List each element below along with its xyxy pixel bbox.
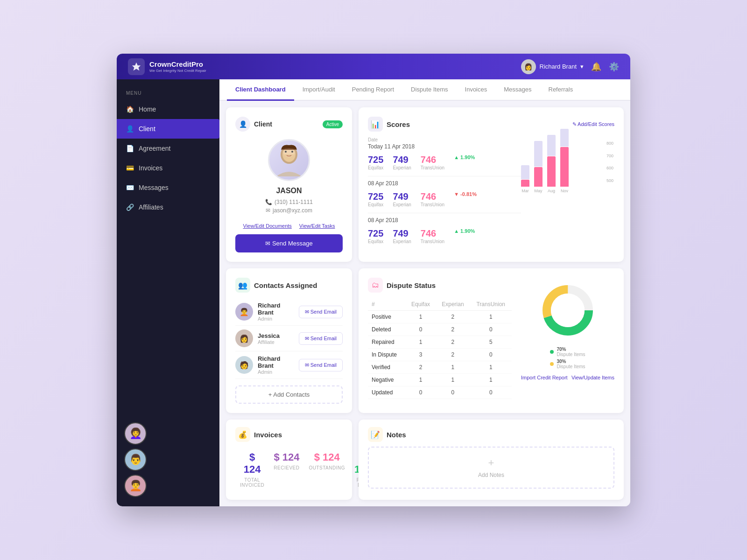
contact-row-1: 🧑‍🦱 Richard Brant Admin ✉ Send Email bbox=[235, 298, 343, 326]
notification-bell-icon[interactable]: 🔔 bbox=[591, 62, 601, 72]
contact-name-1: Richard Brant bbox=[258, 302, 294, 316]
dispute-table-section: 🗂 Dispute Status # Equifax Experian Tran… bbox=[368, 278, 512, 404]
dispute-row-label-4: Verified bbox=[368, 361, 406, 374]
sidebar-item-invoices[interactable]: 💳 Invoices bbox=[117, 158, 219, 178]
dispute-card-header: 🗂 Dispute Status bbox=[368, 278, 512, 293]
header-avatar: 👩 bbox=[521, 59, 536, 74]
notes-card-icon: 📝 bbox=[368, 427, 383, 442]
sidebar-label-agreement: Agreement bbox=[139, 145, 170, 152]
sidebar-item-client[interactable]: 👤 Client bbox=[117, 119, 219, 139]
sidebar-item-messages[interactable]: ✉️ Messages bbox=[117, 178, 219, 197]
sidebar-item-agreement[interactable]: 📄 Agreement bbox=[117, 139, 219, 158]
tab-dispute-items[interactable]: Dispute Items bbox=[402, 79, 456, 101]
dispute-col-label: # bbox=[368, 298, 406, 311]
invoice-total-amount: $ 124 bbox=[240, 451, 264, 476]
score-change-3: ▲ 1.90% bbox=[454, 228, 475, 234]
invoice-total-label: TOTAL INVOICED bbox=[240, 477, 264, 488]
sidebar-avatar-2[interactable]: 👨 bbox=[124, 448, 147, 471]
dispute-row-transunion-6: 0 bbox=[470, 386, 512, 399]
dispute-row-experian-5: 1 bbox=[436, 374, 470, 386]
dispute-row-label-0: Positive bbox=[368, 311, 406, 323]
dispute-col-transunion: TransUnion bbox=[470, 298, 512, 311]
add-contacts-button[interactable]: + Add Contacts bbox=[235, 385, 343, 404]
send-message-button[interactable]: ✉ Send Message bbox=[235, 234, 343, 252]
send-email-button-3[interactable]: ✉ Send Email bbox=[299, 359, 343, 371]
score-equifax-2: 725 Equifax bbox=[368, 191, 383, 207]
dispute-table: # Equifax Experian TransUnion Positive 1… bbox=[368, 298, 512, 399]
donut-chart bbox=[540, 282, 596, 338]
header-user-arrow: ▾ bbox=[580, 63, 584, 70]
contact-avatar-2: 👩 bbox=[235, 329, 253, 347]
tab-client-dashboard[interactable]: Client Dashboard bbox=[227, 79, 294, 101]
logo-text-block: CrownCreditPro We Get Integrity Not Cred… bbox=[149, 60, 206, 73]
affiliates-icon: 🔗 bbox=[126, 203, 134, 211]
dispute-row-label-6: Updated bbox=[368, 386, 406, 399]
contacts-icon: 👥 bbox=[235, 278, 250, 293]
tab-referrals[interactable]: Referrals bbox=[540, 79, 582, 101]
messages-icon: ✉️ bbox=[126, 184, 134, 191]
app-window: CrownCreditPro We Get Integrity Not Cred… bbox=[117, 54, 630, 506]
tab-import-audit[interactable]: Import/Audit bbox=[294, 79, 344, 101]
svg-point-9 bbox=[551, 294, 585, 327]
contact-row-3: 🧑 Richard Brant Admin ✉ Send Email bbox=[235, 351, 343, 379]
scores-title: Scores bbox=[387, 120, 410, 128]
score-experian-1: 749 Experian bbox=[393, 154, 411, 170]
view-edit-documents-link[interactable]: View/Edit Documents bbox=[243, 223, 292, 229]
view-update-items-link[interactable]: View/Update Items bbox=[571, 375, 614, 380]
score-date-3: 08 Apr 2018 bbox=[368, 217, 521, 224]
dispute-row-equifax-0: 1 bbox=[406, 311, 436, 323]
dispute-links: Import Credit Report View/Update Items bbox=[521, 375, 614, 380]
header-user[interactable]: 👩 Richard Brant ▾ bbox=[521, 59, 584, 74]
legend-item-green: 70%Dispute Items bbox=[550, 347, 585, 357]
dispute-row-experian-2: 2 bbox=[436, 336, 470, 349]
score-equifax-3: 725 Equifax bbox=[368, 228, 383, 244]
invoices-card-title: Invoices bbox=[254, 431, 282, 439]
score-equifax-1: 725 Equifax bbox=[368, 154, 383, 170]
add-notes-label: Add Notes bbox=[478, 472, 504, 478]
add-edit-scores-link[interactable]: ✎ Add/Edit Scores bbox=[572, 121, 614, 127]
scores-icon: 📊 bbox=[368, 117, 383, 132]
add-note-box[interactable]: + Add Notes bbox=[368, 447, 614, 489]
tab-pending-report[interactable]: Pending Report bbox=[344, 79, 402, 101]
scores-data: Date Today 11 Apr 2018 725 Equifax 749 bbox=[368, 137, 521, 250]
send-email-button-1[interactable]: ✉ Send Email bbox=[299, 306, 343, 318]
email-icon: ✉ bbox=[266, 207, 270, 214]
logo-name: CrownCreditPro bbox=[149, 60, 203, 68]
dispute-row-experian-3: 2 bbox=[436, 349, 470, 361]
tab-invoices[interactable]: Invoices bbox=[457, 79, 496, 101]
dispute-col-experian: Experian bbox=[436, 298, 470, 311]
tab-nav: Client Dashboard Import/Audit Pending Re… bbox=[219, 79, 630, 101]
score-date-label: Date bbox=[368, 137, 521, 142]
dispute-row-label-5: Negative bbox=[368, 374, 406, 386]
dispute-row-equifax-3: 3 bbox=[406, 349, 436, 361]
score-row-3: 725 Equifax 749 Experian 746 TransUnion bbox=[368, 228, 521, 244]
dispute-card: 🗂 Dispute Status # Equifax Experian Tran… bbox=[359, 268, 624, 413]
invoice-stat-total: $ 124 TOTAL INVOICED bbox=[235, 447, 269, 492]
home-icon: 🏠 bbox=[126, 105, 134, 113]
invoice-outstanding-label: OUTSTANDING bbox=[309, 465, 345, 470]
tab-messages[interactable]: Messages bbox=[495, 79, 540, 101]
contacts-card: 👥 Contacts Assigned 🧑‍🦱 Richard Brant Ad… bbox=[226, 268, 352, 413]
sidebar-item-affiliates[interactable]: 🔗 Affiliates bbox=[117, 197, 219, 217]
sidebar-avatar-1[interactable]: 👩‍🦱 bbox=[124, 422, 147, 445]
dispute-row-transunion-3: 0 bbox=[470, 349, 512, 361]
contact-role-1: Admin bbox=[258, 316, 294, 322]
sidebar-label-client: Client bbox=[139, 125, 155, 133]
invoice-stats: $ 124 TOTAL INVOICED $ 124 RECIEVED $ 12… bbox=[235, 447, 343, 492]
dispute-row-experian-4: 1 bbox=[436, 361, 470, 374]
sidebar: MENU 🏠 Home 👤 Client 📄 Agreement 💳 Invoi… bbox=[117, 79, 219, 506]
send-email-button-2[interactable]: ✉ Send Email bbox=[299, 332, 343, 345]
dispute-row-transunion-2: 5 bbox=[470, 336, 512, 349]
sidebar-item-home[interactable]: 🏠 Home bbox=[117, 99, 219, 119]
import-credit-report-link[interactable]: Import Credit Report bbox=[521, 375, 568, 380]
view-edit-tasks-link[interactable]: View/Edit Tasks bbox=[299, 223, 335, 229]
sidebar-label-messages: Messages bbox=[139, 184, 169, 191]
client-email: ✉ jason@xyz.com bbox=[266, 207, 312, 214]
contact-avatar-3: 🧑 bbox=[235, 356, 253, 374]
sidebar-label-home: Home bbox=[139, 105, 156, 113]
settings-icon[interactable]: ⚙️ bbox=[609, 62, 619, 72]
invoice-received-amount: $ 124 bbox=[274, 451, 299, 463]
sidebar-avatar-3[interactable]: 🧑‍🦱 bbox=[124, 475, 147, 497]
contact-name-3: Richard Brant bbox=[258, 355, 294, 369]
agreement-icon: 📄 bbox=[126, 145, 134, 152]
